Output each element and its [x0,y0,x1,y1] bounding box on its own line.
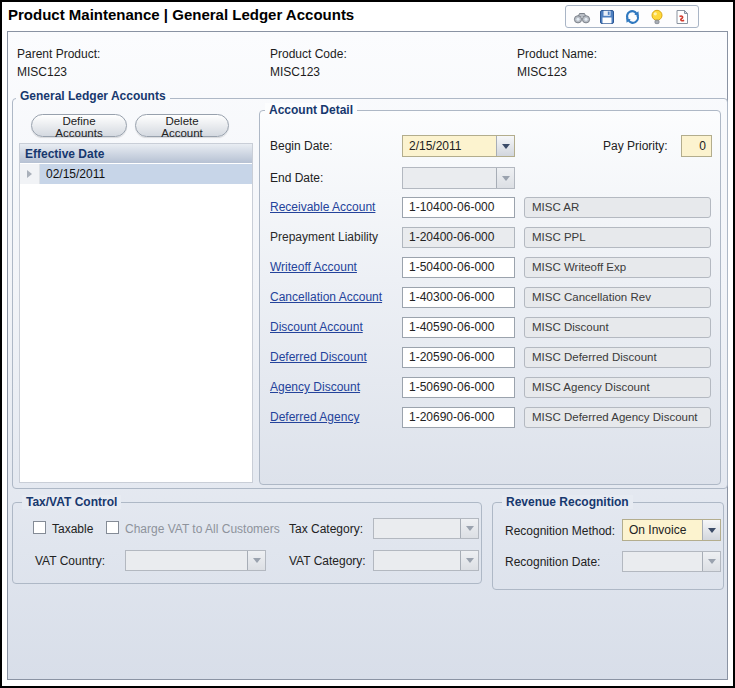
account-link[interactable]: Agency Discount [270,380,360,394]
vat-category-dropdown-button [460,551,478,570]
account-description: MISC Cancellation Rev [524,287,711,308]
end-date-dropdown-button [496,168,514,188]
tax-vat-group [12,502,482,584]
row-expander[interactable] [20,164,40,184]
account-description: MISC Writeoff Exp [524,257,711,278]
account-number-input: 1-20400-06-000 [402,227,515,248]
revenue-recognition-group [492,502,724,590]
recognition-method-dropdown-button[interactable] [702,520,720,540]
parent-product-value: MISC123 [17,65,67,79]
charge-vat-checkbox[interactable] [106,521,119,534]
account-number-input[interactable]: 1-20690-06-000 [402,407,515,428]
taxable-checkbox[interactable] [33,521,46,534]
app-window: { "window": { "title": "Product Maintena… [0,0,735,688]
end-date-label: End Date: [270,171,323,185]
effective-date-header: Effective Date [20,144,252,164]
account-number-input[interactable]: 1-20590-06-000 [402,347,515,368]
vat-category-combo [373,550,479,571]
taxable-label: Taxable [52,522,93,536]
account-number-input[interactable]: 1-50690-06-000 [402,377,515,398]
recognition-date-dropdown-button [702,552,720,571]
account-number-input[interactable]: 1-40590-06-000 [402,317,515,338]
tax-category-dropdown-button [460,519,478,538]
vat-category-value [374,551,460,570]
parent-product-label: Parent Product: [17,47,100,61]
account-description: MISC AR [524,197,711,218]
tax-vat-group-title: Tax/VAT Control [22,495,121,509]
recognition-date-combo [622,551,721,572]
account-description: MISC Discount [524,317,711,338]
account-description: MISC Agency Discount [524,377,711,398]
effective-date-list: Effective Date 02/15/2011 [19,143,253,483]
account-number-input[interactable]: 1-40300-06-000 [402,287,515,308]
exit-document-icon[interactable] [673,8,691,25]
suggestion-lightbulb-icon[interactable] [648,8,666,25]
tax-category-value [374,519,460,538]
account-link[interactable]: Deferred Agency [270,410,359,424]
recognition-method-value: On Invoice [623,520,702,540]
define-accounts-button[interactable]: Define Accounts [31,114,127,137]
vat-category-label: VAT Category: [289,554,366,568]
vat-country-dropdown-button [247,551,265,570]
gl-accounts-group-title: General Ledger Accounts [16,89,170,103]
tax-category-combo [373,518,479,539]
charge-vat-label: Charge VAT to All Customers [125,522,280,536]
refresh-icon[interactable] [623,8,641,25]
chevron-right-icon [27,170,32,178]
vat-country-value [126,551,247,570]
tax-category-label: Tax Category: [289,522,363,536]
pay-priority-label: Pay Priority: [603,139,668,153]
product-code-value: MISC123 [270,65,320,79]
recognition-date-label: Recognition Date: [505,555,600,569]
account-link[interactable]: Writeoff Account [270,260,357,274]
effective-date-value: 02/15/2011 [40,164,252,184]
pay-priority-input[interactable]: 0 [681,135,712,157]
account-number-input[interactable]: 1-10400-06-000 [402,197,515,218]
end-date-combo [402,167,515,189]
product-code-label: Product Code: [270,47,347,61]
toolbar [565,5,699,28]
begin-date-value: 2/15/2011 [403,136,496,156]
delete-account-button[interactable]: Delete Account [135,114,229,137]
account-label: Prepayment Liability [270,230,378,244]
recognition-method-combo[interactable]: On Invoice [622,519,721,541]
vat-country-combo [125,550,266,571]
save-icon[interactable] [598,8,616,25]
begin-date-dropdown-button[interactable] [496,136,514,156]
product-name-value: MISC123 [517,65,567,79]
recognition-method-label: Recognition Method: [505,524,615,538]
page-title: Product Maintenance | General Ledger Acc… [8,6,354,23]
account-link[interactable]: Cancellation Account [270,290,382,304]
account-number-input[interactable]: 1-50400-06-000 [402,257,515,278]
account-link[interactable]: Deferred Discount [270,350,367,364]
vat-country-label: VAT Country: [35,554,105,568]
effective-date-row[interactable]: 02/15/2011 [20,164,252,184]
product-name-label: Product Name: [517,47,597,61]
begin-date-combo[interactable]: 2/15/2011 [402,135,515,157]
begin-date-label: Begin Date: [270,139,333,153]
account-description: MISC Deferred Agency Discount [524,407,711,428]
account-link[interactable]: Receivable Account [270,200,375,214]
content-panel: Parent Product: MISC123 Product Code: MI… [7,31,728,680]
account-description: MISC PPL [524,227,711,248]
revenue-recognition-group-title: Revenue Recognition [502,495,633,509]
account-detail-group-title: Account Detail [265,103,357,117]
account-link[interactable]: Discount Account [270,320,363,334]
recognition-date-value [623,552,702,571]
find-binoculars-icon[interactable] [573,8,591,25]
account-description: MISC Deferred Discount [524,347,711,368]
end-date-value [403,168,496,188]
